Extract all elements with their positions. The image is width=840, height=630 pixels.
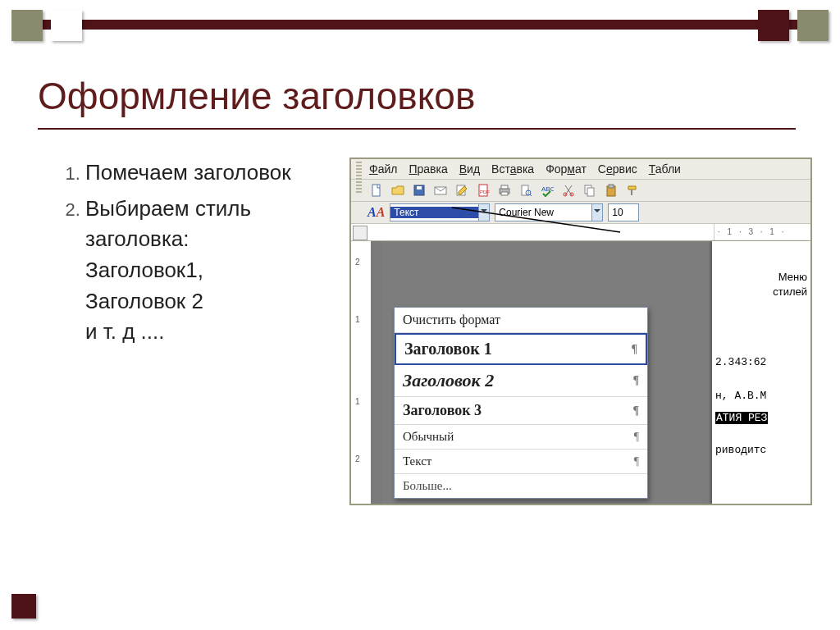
clear-format-option[interactable]: Очистить формат [395,308,647,333]
print-icon[interactable] [495,181,514,199]
svg-point-13 [564,193,567,196]
text-column: Помечаем заголовок Выбираем стиль заголо… [38,158,349,353]
font-combo-input[interactable] [495,207,591,218]
paste-icon[interactable] [602,181,620,199]
style-option-heading2[interactable]: Заголовок 2¶ [395,365,647,397]
style-option-more[interactable]: Больше... [395,474,647,498]
steps-list: Помечаем заголовок Выбираем стиль заголо… [85,158,349,348]
svg-text:PDF: PDF [480,189,490,194]
page-text-line: риводитс [712,444,810,456]
pilcrow-icon: ¶ [633,374,639,387]
ruler-corner-icon [353,226,368,240]
menu-file[interactable]: Файл [369,162,397,176]
svg-rect-16 [587,188,594,196]
menu-format[interactable]: Формат [546,162,587,176]
style-option-label: Заголовок 3 [403,402,482,419]
size-combo-input[interactable] [609,207,638,218]
step-subline: Заголовок 2 [85,286,349,317]
deco-square [758,10,789,41]
deco-square [797,10,829,41]
decorative-top-bar [0,0,840,49]
style-option-text[interactable]: Текст¶ [395,450,647,474]
style-combo-input[interactable] [390,207,478,218]
page-margin-gap [371,241,382,505]
cut-icon[interactable] [559,181,578,199]
workspace: 2 1 1 2 Меню стилей 2.343:62 н, А.В.М АТ… [351,241,810,505]
spellcheck-icon[interactable]: ABC [538,181,556,199]
style-option-heading1[interactable]: Заголовок 1¶ [395,333,647,365]
selected-text: АТИЯ РЕЗ [715,412,768,424]
vertical-ruler: 2 1 1 2 [351,241,372,505]
toolbar-grip-icon [356,162,362,194]
styles-dropdown: Очистить формат Заголовок 1¶ Заголовок 2… [394,307,648,499]
menu-table[interactable]: Табли [649,162,681,176]
step-item: Выбираем стиль заголовка: Заголовок1, За… [85,194,349,348]
pilcrow-icon: ¶ [631,343,637,356]
save-icon[interactable] [410,181,428,199]
menu-tools[interactable]: Сервис [598,162,637,176]
style-option-label: Обычный [403,430,454,444]
ruler-mark: 1 [355,315,360,324]
style-option-heading3[interactable]: Заголовок 3¶ [395,397,647,425]
size-combo[interactable] [608,203,639,221]
deco-square [11,10,43,41]
page-text-line: н, А.В.М [712,390,810,402]
page-text-line: АТИЯ РЕЗ [712,412,810,424]
style-option-normal[interactable]: Обычный¶ [395,425,647,450]
copy-icon[interactable] [581,181,599,199]
mail-icon[interactable] [431,181,450,199]
format-paint-icon[interactable] [623,181,641,199]
dropdown-arrow-icon[interactable] [591,204,603,221]
dropdown-arrow-icon[interactable] [478,204,489,221]
menu-view[interactable]: Вид [459,162,480,176]
step-text: Выбираем стиль заголовка: [85,196,251,252]
step-subline: и т. д .... [85,317,349,348]
menu-edit[interactable]: Правка [409,162,447,176]
standard-toolbar: PDF ABC [351,180,810,202]
ruler-mark: 1 [355,397,360,406]
style-option-label: Заголовок 2 [403,370,494,391]
pilcrow-icon: ¶ [634,431,639,444]
menu-bar: Файл Правка Вид Вставка Формат Сервис Та… [351,159,810,180]
style-combo[interactable] [390,203,490,221]
styles-icon[interactable]: AA [368,205,385,220]
pilcrow-icon: ¶ [634,455,639,468]
ruler-mark: 2 [355,454,360,463]
styles-menu-label: стилей [773,285,807,298]
pilcrow-icon: ¶ [632,404,639,418]
page-text-line: 2.343:62 [712,356,810,368]
svg-point-14 [570,193,573,196]
horizontal-ruler: · 1 · 3 · 1 · [351,224,810,241]
deco-square [51,10,82,41]
open-icon[interactable] [389,181,407,199]
ruler-mark: 2 [355,258,360,267]
deco-corner-square [11,594,36,619]
step-subline: Заголовок1, [85,255,349,286]
app-screenshot: Файл Правка Вид Вставка Формат Сервис Та… [349,158,812,505]
document-page: Меню стилей 2.343:62 н, А.В.М АТИЯ РЕЗ р… [712,241,810,505]
svg-text:ABC: ABC [541,185,554,193]
menu-insert[interactable]: Вставка [491,162,534,176]
styles-menu-label: Меню [778,271,807,283]
svg-rect-18 [609,185,614,188]
pdf-icon[interactable]: PDF [474,181,492,199]
svg-rect-9 [501,192,508,195]
new-doc-icon[interactable] [368,181,386,199]
format-toolbar: AA [351,202,810,224]
top-stripe [11,20,829,30]
ruler-right-segment: · 1 · 3 · 1 · [714,224,810,240]
slide-title: Оформление заголовков [38,74,796,130]
svg-rect-0 [372,185,380,196]
svg-rect-8 [501,185,508,189]
font-combo[interactable] [495,203,603,221]
style-option-label: Текст [403,454,431,468]
style-option-label: Заголовок 1 [404,340,492,358]
preview-icon[interactable] [517,181,535,199]
edit-icon[interactable] [453,181,471,199]
step-item: Помечаем заголовок [85,158,349,189]
svg-rect-2 [417,186,422,189]
